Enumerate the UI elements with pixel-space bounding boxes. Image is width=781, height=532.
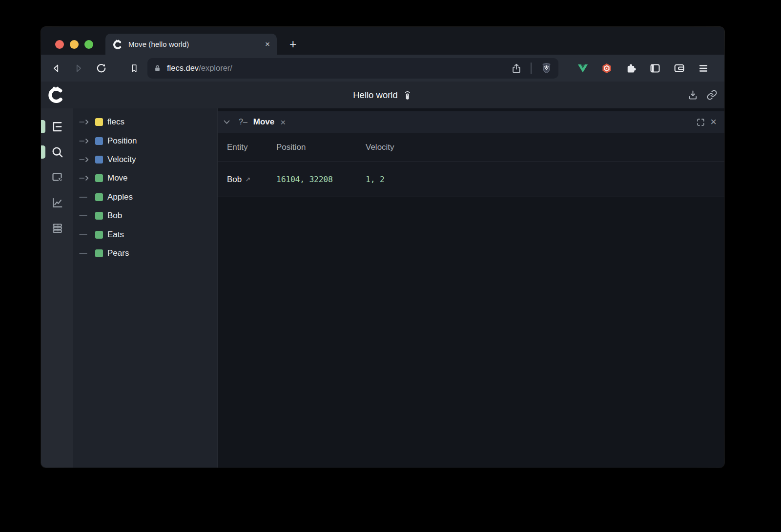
left-icon-sidebar: [41, 108, 73, 468]
bookmark-icon[interactable]: [128, 62, 141, 75]
browser-window: Move (hello world) × + flecs: [41, 27, 724, 468]
menu-icon[interactable]: [698, 62, 709, 74]
active-indicator-pill: [41, 120, 45, 133]
rows-icon[interactable]: [51, 222, 64, 235]
active-indicator-pill: [41, 145, 45, 159]
leaf-dash-icon: [79, 213, 91, 219]
column-header-velocity: Velocity: [366, 143, 724, 152]
tree-item-label: Apples: [107, 192, 133, 202]
inspector-icon[interactable]: [51, 171, 64, 184]
query-panel-header: ?– Move × ×: [218, 111, 724, 133]
query-panel: ?– Move × × Entity Position Velocity Bob…: [217, 108, 724, 468]
entity-color-swatch: [95, 249, 103, 257]
leaf-dash-icon: [79, 250, 91, 256]
tree-view-icon[interactable]: [51, 120, 64, 133]
tree-item[interactable]: Eats: [73, 225, 217, 244]
entity-color-swatch: [95, 231, 103, 239]
link-icon[interactable]: [706, 89, 718, 101]
tab-close-icon[interactable]: ×: [265, 40, 270, 48]
url-domain: flecs.dev: [167, 63, 199, 72]
minimize-window-button[interactable]: [70, 40, 79, 49]
entity-color-swatch: [95, 156, 103, 164]
forward-button[interactable]: [72, 62, 85, 75]
entity-color-swatch: [95, 212, 103, 220]
tree-item-label: Pears: [107, 248, 129, 258]
leaf-dash-icon: [79, 232, 91, 238]
expand-icon[interactable]: [79, 157, 91, 163]
leaf-dash-icon: [79, 194, 91, 200]
browser-tab[interactable]: Move (hello world) ×: [105, 34, 277, 55]
app-header-actions: [687, 89, 718, 101]
tree-item-label: Eats: [107, 230, 124, 240]
hexagon-extension-icon[interactable]: [601, 62, 613, 74]
table-row[interactable]: Bob ↗ 16104, 32208 1, 2: [218, 162, 724, 197]
column-header-position: Position: [276, 143, 366, 152]
query-title: Move: [253, 117, 274, 127]
external-link-icon[interactable]: ↗: [245, 176, 250, 183]
entity-color-swatch: [95, 137, 103, 145]
explorer-content: flecs Position Velocity Move Apples: [41, 108, 724, 468]
entity-tree-panel: flecs Position Velocity Move Apples: [73, 108, 217, 468]
reload-button[interactable]: [95, 62, 107, 75]
entity-color-swatch: [95, 118, 103, 126]
close-window-button[interactable]: [55, 40, 64, 49]
tree-item-label: Position: [107, 136, 137, 146]
column-header-entity: Entity: [227, 143, 276, 152]
url-text: flecs.dev/explorer/: [167, 63, 232, 73]
tree-item[interactable]: Move: [73, 169, 217, 187]
fullscreen-icon[interactable]: [696, 118, 705, 127]
entity-color-swatch: [95, 174, 103, 182]
share-icon[interactable]: [511, 62, 522, 74]
query-clear-icon[interactable]: ×: [280, 118, 286, 127]
lock-icon: [154, 64, 161, 72]
wallet-icon[interactable]: [673, 62, 685, 74]
panel-close-icon[interactable]: ×: [710, 117, 717, 127]
world-title-text: Hello world: [353, 90, 398, 101]
new-tab-button[interactable]: +: [289, 38, 297, 50]
app-header: Hello world: [41, 82, 724, 108]
tab-bar: Move (hello world) × +: [41, 27, 724, 55]
tree-item-label: Velocity: [107, 155, 136, 164]
sidebar-toggle-icon[interactable]: [649, 62, 661, 74]
entity-color-swatch: [95, 193, 103, 201]
position-value: 16104, 32208: [276, 175, 366, 184]
table-header: Entity Position Velocity: [218, 133, 724, 162]
tree-item[interactable]: Pears: [73, 244, 217, 263]
back-button[interactable]: [50, 62, 62, 75]
tree-item-label: flecs: [107, 117, 124, 127]
world-title: Hello world: [353, 89, 412, 101]
tree-item-label: Move: [107, 173, 128, 183]
tree-item[interactable]: Bob: [73, 206, 217, 225]
chevron-down-icon[interactable]: [224, 120, 230, 124]
toolbar-extensions: [577, 62, 709, 74]
query-prefix: ?–: [239, 118, 247, 126]
tree-item[interactable]: Velocity: [73, 150, 217, 169]
tree-item[interactable]: Apples: [73, 188, 217, 206]
browser-toolbar: flecs.dev/explorer/: [41, 55, 724, 82]
brave-shield-icon[interactable]: [540, 61, 553, 75]
velocity-value: 1, 2: [366, 175, 724, 184]
expand-icon[interactable]: [79, 119, 91, 125]
maximize-window-button[interactable]: [84, 40, 93, 49]
expand-icon[interactable]: [79, 138, 91, 144]
remote-connection-icon[interactable]: [402, 89, 412, 101]
expand-icon[interactable]: [79, 175, 91, 181]
download-icon[interactable]: [687, 89, 699, 101]
tab-title: Move (hello world): [128, 40, 260, 48]
tree-item[interactable]: flecs: [73, 113, 217, 131]
flecs-logo[interactable]: [47, 85, 65, 104]
extensions-puzzle-icon[interactable]: [625, 62, 637, 74]
toolbar-separator: [531, 62, 532, 74]
search-icon[interactable]: [51, 145, 64, 159]
entity-cell[interactable]: Bob ↗: [227, 175, 276, 184]
vue-devtools-icon[interactable]: [577, 62, 589, 74]
entity-name[interactable]: Bob: [227, 175, 242, 184]
url-path: /explorer/: [199, 63, 232, 72]
window-controls: [55, 40, 93, 49]
tree-item-label: Bob: [107, 211, 122, 221]
flecs-favicon: [112, 39, 123, 50]
tree-item[interactable]: Position: [73, 131, 217, 150]
chart-icon[interactable]: [51, 196, 64, 209]
address-bar[interactable]: flecs.dev/explorer/: [147, 58, 558, 79]
